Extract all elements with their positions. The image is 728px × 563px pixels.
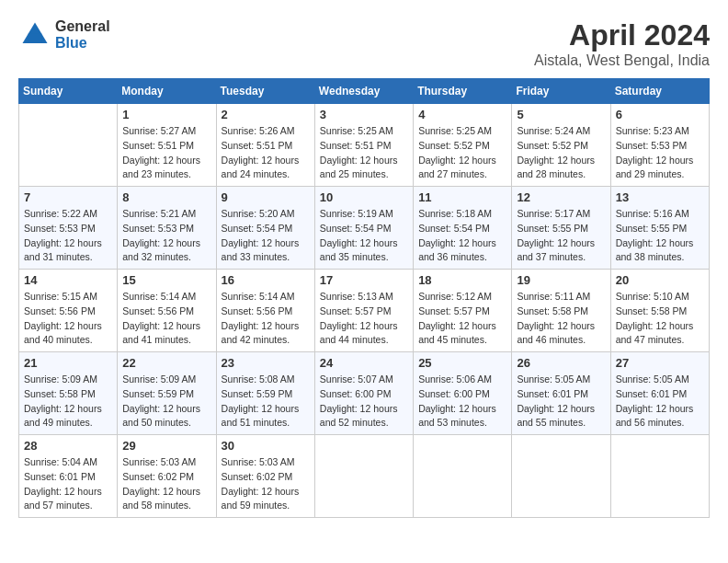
day-number: 8 <box>122 190 210 204</box>
day-info: Sunrise: 5:26 AM Sunset: 5:51 PM Dayligh… <box>222 124 310 182</box>
day-number: 3 <box>320 108 408 121</box>
sunset-text: Sunset: 5:51 PM <box>320 139 408 154</box>
day-info: Sunrise: 5:20 AM Sunset: 5:54 PM Dayligh… <box>222 207 310 265</box>
sunset-text: Sunset: 6:00 PM <box>418 387 506 402</box>
sunset-text: Sunset: 5:51 PM <box>222 139 310 154</box>
sunrise-text: Sunrise: 5:24 AM <box>517 124 605 139</box>
day-info: Sunrise: 5:14 AM Sunset: 5:56 PM Dayligh… <box>222 290 310 348</box>
day-info: Sunrise: 5:16 AM Sunset: 5:55 PM Dayligh… <box>616 207 704 265</box>
calendar-cell: 15 Sunrise: 5:14 AM Sunset: 5:56 PM Dayl… <box>118 270 216 352</box>
calendar-cell: 5 Sunrise: 5:24 AM Sunset: 5:52 PM Dayli… <box>512 104 610 187</box>
day-number: 26 <box>517 356 605 370</box>
day-number: 9 <box>222 190 310 204</box>
sunrise-text: Sunrise: 5:08 AM <box>222 373 310 387</box>
day-info: Sunrise: 5:09 AM Sunset: 5:59 PM Dayligh… <box>122 373 210 431</box>
sunset-text: Sunset: 5:51 PM <box>122 139 210 154</box>
day-number: 4 <box>418 108 506 121</box>
day-number: 15 <box>122 273 210 287</box>
day-info: Sunrise: 5:03 AM Sunset: 6:02 PM Dayligh… <box>122 455 210 513</box>
day-number: 2 <box>222 108 310 121</box>
daylight-text: Daylight: 12 hours and 23 minutes. <box>122 154 210 183</box>
page-header: General Blue April 2024 Aistala, West Be… <box>18 18 710 69</box>
daylight-text: Daylight: 12 hours and 44 minutes. <box>320 319 408 349</box>
sunset-text: Sunset: 5:58 PM <box>517 304 605 319</box>
sunrise-text: Sunrise: 5:09 AM <box>24 373 112 387</box>
calendar-cell: 3 Sunrise: 5:25 AM Sunset: 5:51 PM Dayli… <box>314 104 413 187</box>
calendar-cell: 22 Sunrise: 5:09 AM Sunset: 5:59 PM Dayl… <box>118 352 216 435</box>
calendar-cell: 28 Sunrise: 5:04 AM Sunset: 6:01 PM Dayl… <box>19 435 118 518</box>
sunset-text: Sunset: 5:53 PM <box>24 222 112 236</box>
daylight-text: Daylight: 12 hours and 47 minutes. <box>616 319 704 349</box>
daylight-text: Daylight: 12 hours and 42 minutes. <box>222 319 310 349</box>
calendar-cell: 23 Sunrise: 5:08 AM Sunset: 5:59 PM Dayl… <box>216 352 314 435</box>
col-saturday: Saturday <box>610 79 709 104</box>
daylight-text: Daylight: 12 hours and 57 minutes. <box>24 485 112 514</box>
col-sunday: Sunday <box>19 79 118 104</box>
sunrise-text: Sunrise: 5:04 AM <box>24 455 112 470</box>
col-tuesday: Tuesday <box>216 79 314 104</box>
sunset-text: Sunset: 6:01 PM <box>517 387 605 402</box>
sunrise-text: Sunrise: 5:03 AM <box>122 455 210 470</box>
calendar-cell: 13 Sunrise: 5:16 AM Sunset: 5:55 PM Dayl… <box>610 187 709 270</box>
calendar-cell: 29 Sunrise: 5:03 AM Sunset: 6:02 PM Dayl… <box>118 435 216 518</box>
day-number: 1 <box>122 108 210 121</box>
day-number: 24 <box>320 356 408 370</box>
daylight-text: Daylight: 12 hours and 29 minutes. <box>616 154 704 183</box>
daylight-text: Daylight: 12 hours and 37 minutes. <box>517 236 605 266</box>
sunrise-text: Sunrise: 5:21 AM <box>122 207 210 222</box>
day-info: Sunrise: 5:17 AM Sunset: 5:55 PM Dayligh… <box>517 207 605 265</box>
day-info: Sunrise: 5:05 AM Sunset: 6:01 PM Dayligh… <box>517 373 605 431</box>
sunset-text: Sunset: 5:58 PM <box>616 304 704 319</box>
sunrise-text: Sunrise: 5:20 AM <box>222 207 310 222</box>
sunset-text: Sunset: 5:53 PM <box>616 139 704 154</box>
daylight-text: Daylight: 12 hours and 33 minutes. <box>222 236 310 266</box>
day-number: 13 <box>616 190 704 204</box>
daylight-text: Daylight: 12 hours and 35 minutes. <box>320 236 408 266</box>
calendar-cell: 4 Sunrise: 5:25 AM Sunset: 5:52 PM Dayli… <box>414 104 512 187</box>
sunrise-text: Sunrise: 5:05 AM <box>616 373 704 387</box>
calendar-cell <box>414 435 512 518</box>
day-info: Sunrise: 5:08 AM Sunset: 5:59 PM Dayligh… <box>222 373 310 431</box>
daylight-text: Daylight: 12 hours and 27 minutes. <box>418 154 506 183</box>
day-number: 14 <box>24 273 112 287</box>
sunrise-text: Sunrise: 5:22 AM <box>24 207 112 222</box>
sunset-text: Sunset: 5:59 PM <box>222 387 310 402</box>
day-number: 23 <box>222 356 310 370</box>
calendar-cell: 26 Sunrise: 5:05 AM Sunset: 6:01 PM Dayl… <box>512 352 610 435</box>
sunrise-text: Sunrise: 5:05 AM <box>517 373 605 387</box>
col-thursday: Thursday <box>414 79 512 104</box>
daylight-text: Daylight: 12 hours and 32 minutes. <box>122 236 210 266</box>
sunrise-text: Sunrise: 5:14 AM <box>222 290 310 304</box>
daylight-text: Daylight: 12 hours and 24 minutes. <box>222 154 310 183</box>
daylight-text: Daylight: 12 hours and 51 minutes. <box>222 402 310 431</box>
sunset-text: Sunset: 5:56 PM <box>24 304 112 319</box>
daylight-text: Daylight: 12 hours and 36 minutes. <box>418 236 506 266</box>
daylight-text: Daylight: 12 hours and 49 minutes. <box>24 402 112 431</box>
month-title: April 2024 <box>534 18 710 52</box>
daylight-text: Daylight: 12 hours and 31 minutes. <box>24 236 112 266</box>
sunrise-text: Sunrise: 5:14 AM <box>122 290 210 304</box>
sunrise-text: Sunrise: 5:25 AM <box>320 124 408 139</box>
sunset-text: Sunset: 6:00 PM <box>320 387 408 402</box>
calendar-cell: 24 Sunrise: 5:07 AM Sunset: 6:00 PM Dayl… <box>314 352 413 435</box>
day-info: Sunrise: 5:12 AM Sunset: 5:57 PM Dayligh… <box>418 290 506 348</box>
calendar-cell <box>512 435 610 518</box>
daylight-text: Daylight: 12 hours and 40 minutes. <box>24 319 112 349</box>
day-info: Sunrise: 5:15 AM Sunset: 5:56 PM Dayligh… <box>24 290 112 348</box>
calendar-cell: 21 Sunrise: 5:09 AM Sunset: 5:58 PM Dayl… <box>19 352 118 435</box>
daylight-text: Daylight: 12 hours and 25 minutes. <box>320 154 408 183</box>
day-info: Sunrise: 5:22 AM Sunset: 5:53 PM Dayligh… <box>24 207 112 265</box>
col-monday: Monday <box>118 79 216 104</box>
daylight-text: Daylight: 12 hours and 28 minutes. <box>517 154 605 183</box>
sunrise-text: Sunrise: 5:27 AM <box>122 124 210 139</box>
calendar-week-row: 1 Sunrise: 5:27 AM Sunset: 5:51 PM Dayli… <box>19 104 710 187</box>
sunrise-text: Sunrise: 5:19 AM <box>320 207 408 222</box>
day-number: 17 <box>320 273 408 287</box>
day-number: 28 <box>24 439 112 453</box>
sunrise-text: Sunrise: 5:15 AM <box>24 290 112 304</box>
sunset-text: Sunset: 5:54 PM <box>222 222 310 236</box>
day-info: Sunrise: 5:07 AM Sunset: 6:00 PM Dayligh… <box>320 373 408 431</box>
calendar-week-row: 14 Sunrise: 5:15 AM Sunset: 5:56 PM Dayl… <box>19 270 710 352</box>
daylight-text: Daylight: 12 hours and 59 minutes. <box>222 485 310 514</box>
svg-rect-1 <box>28 33 41 43</box>
